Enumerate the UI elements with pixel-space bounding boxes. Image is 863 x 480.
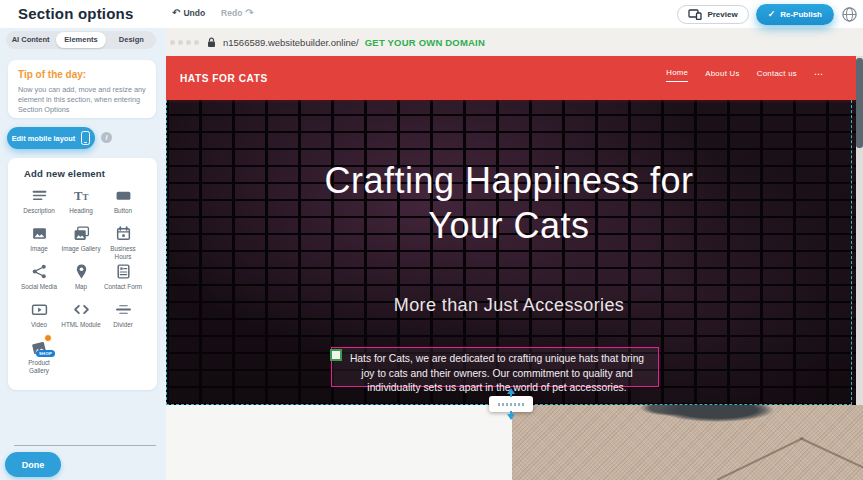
- website-builder-app: Section options ↶ Undo Redo ↷ Preview ✓: [0, 0, 863, 480]
- shop-badge: SHOP: [36, 350, 55, 357]
- site-nav: Home About Us Contact us ⋯: [666, 68, 823, 82]
- add-element-panel: Add new element Description T T Headi: [8, 158, 157, 390]
- scrollbar-thumb[interactable]: [856, 58, 863, 148]
- map-pin-icon: [73, 263, 90, 280]
- site-url: n1566589.websitebuilder.online/: [223, 37, 359, 48]
- add-element-heading[interactable]: T T Heading: [60, 187, 102, 225]
- selected-paragraph-element[interactable]: Hats for Cats, we are dedicated to craft…: [331, 347, 659, 387]
- element-label: Business Hours: [102, 245, 144, 261]
- add-element-map[interactable]: Map: [60, 263, 102, 301]
- nav-more-icon[interactable]: ⋯: [814, 69, 823, 82]
- element-label: Product Gallery: [18, 359, 60, 375]
- element-label: Contact Form: [104, 283, 142, 291]
- svg-text:T: T: [82, 192, 88, 202]
- add-element-product-gallery[interactable]: SHOP Product Gallery: [18, 339, 60, 377]
- add-element-description[interactable]: Description: [18, 187, 60, 225]
- carpet-seam: [800, 437, 863, 469]
- redo-label: Redo: [221, 8, 242, 18]
- add-element-image[interactable]: Image: [18, 225, 60, 263]
- republish-button[interactable]: ✓ Re-Publish: [756, 4, 834, 25]
- nav-home[interactable]: Home: [666, 68, 688, 82]
- divider-icon: [115, 301, 132, 318]
- element-label: Button: [114, 207, 132, 215]
- share-icon: [31, 263, 48, 280]
- business-hours-icon: [115, 225, 132, 242]
- edit-mobile-layout-button[interactable]: Edit mobile layout: [7, 127, 95, 149]
- add-element-contact-form[interactable]: Contact Form: [102, 263, 144, 301]
- add-element-title: Add new element: [24, 168, 157, 179]
- sidebar-tabs: AI Content Elements Design: [6, 31, 156, 49]
- preview-button[interactable]: Preview: [677, 5, 748, 24]
- get-domain-link[interactable]: GET YOUR OWN DOMAIN: [365, 37, 485, 48]
- republish-label: Re-Publish: [780, 10, 822, 19]
- site-logo[interactable]: HATS FOR CATS: [180, 72, 268, 84]
- topbar-actions: Preview ✓ Re-Publish: [677, 0, 858, 28]
- redo-button[interactable]: Redo ↷: [221, 7, 254, 18]
- add-element-button[interactable]: Button: [102, 187, 144, 225]
- browser-address-bar: n1566589.websitebuilder.online/ GET YOUR…: [166, 28, 863, 56]
- arrow-up-icon: [507, 388, 515, 394]
- heading-icon: T T: [73, 187, 90, 204]
- browser-dots: [170, 40, 199, 45]
- carpet-seam: [717, 437, 804, 480]
- section-resize-handle[interactable]: [489, 396, 533, 412]
- code-icon: [73, 301, 90, 318]
- add-element-divider[interactable]: Divider: [102, 301, 144, 339]
- info-icon[interactable]: i: [101, 132, 112, 143]
- site-header[interactable]: HATS FOR CATS Home About Us Contact us ⋯: [166, 56, 863, 100]
- element-label: HTML Module: [61, 321, 100, 329]
- sidebar: AI Content Elements Design Tip of the da…: [0, 28, 166, 480]
- contact-form-icon: [115, 263, 132, 280]
- sidebar-divider: [14, 445, 156, 446]
- add-element-social-media[interactable]: Social Media: [18, 263, 60, 301]
- hero-subheading[interactable]: More than Just Accessories: [166, 295, 852, 316]
- page-title: Section options: [18, 5, 134, 22]
- element-label: Description: [23, 207, 55, 215]
- site-preview-area: n1566589.websitebuilder.online/ GET YOUR…: [166, 28, 863, 480]
- tip-body: Now you can add, move and resize any ele…: [18, 85, 146, 116]
- website-canvas: HATS FOR CATS Home About Us Contact us ⋯…: [166, 56, 863, 480]
- element-label: Video: [31, 321, 47, 329]
- add-element-video[interactable]: Video: [18, 301, 60, 339]
- hero-section[interactable]: Crafting Happiness for Your Cats More th…: [166, 100, 863, 405]
- undo-button[interactable]: ↶ Undo: [172, 7, 205, 18]
- text-lines-icon: [31, 187, 48, 204]
- done-button[interactable]: Done: [5, 452, 61, 477]
- element-label: Image: [30, 245, 48, 253]
- hero-paragraph[interactable]: Hats for Cats, we are dedicated to craft…: [332, 348, 658, 396]
- preview-label: Preview: [707, 10, 737, 19]
- carpet-photo: [512, 405, 863, 480]
- tip-title: Tip of the day:: [18, 69, 146, 80]
- nav-contact-us[interactable]: Contact us: [757, 69, 797, 82]
- hero-heading[interactable]: Crafting Happiness for Your Cats: [166, 158, 852, 248]
- edit-mobile-label: Edit mobile layout: [12, 134, 76, 143]
- new-feature-badge: [44, 334, 52, 342]
- image-icon: [31, 225, 48, 242]
- element-label: Divider: [113, 321, 133, 329]
- image-gallery-icon: [73, 225, 90, 242]
- nav-about-us[interactable]: About Us: [705, 69, 739, 82]
- globe-icon[interactable]: [841, 6, 858, 23]
- resize-grip-dashes: [498, 403, 524, 406]
- add-element-business-hours[interactable]: Business Hours: [102, 225, 144, 263]
- product-gallery-icon: SHOP: [29, 339, 49, 356]
- next-section-blank: [166, 405, 512, 480]
- arrow-down-icon: [507, 414, 515, 420]
- element-drag-handle[interactable]: [330, 349, 342, 361]
- button-icon: [115, 187, 132, 204]
- undo-label: Undo: [183, 8, 205, 18]
- undo-redo-group: ↶ Undo Redo ↷: [172, 7, 254, 18]
- tab-ai-content[interactable]: AI Content: [6, 32, 55, 48]
- undo-icon: ↶: [172, 7, 180, 18]
- element-grid: Description T T Heading Button: [18, 187, 157, 377]
- tip-of-the-day-card: Tip of the day: Now you can add, move an…: [8, 60, 156, 118]
- tab-design[interactable]: Design: [107, 32, 156, 48]
- element-label: Map: [75, 283, 87, 291]
- tab-elements[interactable]: Elements: [56, 32, 105, 48]
- redo-icon: ↷: [245, 7, 253, 18]
- phone-icon: [81, 131, 90, 145]
- add-element-html-module[interactable]: HTML Module: [60, 301, 102, 339]
- add-element-image-gallery[interactable]: Image Gallery: [60, 225, 102, 263]
- check-icon: ✓: [768, 9, 776, 19]
- element-label: Heading: [69, 207, 92, 215]
